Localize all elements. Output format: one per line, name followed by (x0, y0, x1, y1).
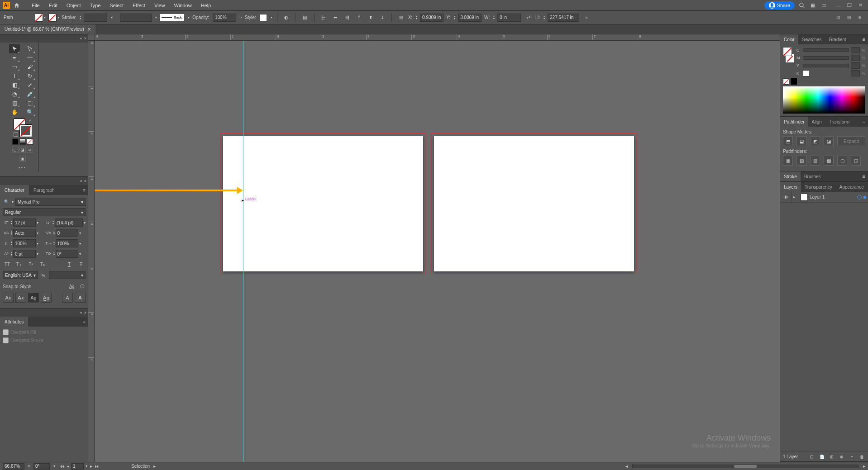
glyph-ax[interactable]: Ax (3, 293, 14, 303)
artboard-2[interactable] (434, 136, 634, 271)
rectangle-tool[interactable]: ▭ (9, 62, 20, 71)
tracking-stepper[interactable]: ▴▾ (53, 231, 55, 235)
glyph-ax2[interactable]: A̶x (15, 293, 26, 303)
font-family-select[interactable]: Myriad Pro▾ (15, 198, 86, 206)
layer-name[interactable]: Layer 1 (810, 195, 855, 199)
scroll-right-button[interactable]: ▸ (863, 464, 865, 469)
workspace-switcher-icon[interactable]: ▭ (820, 2, 827, 9)
options-menu-icon[interactable]: ≡ (855, 13, 864, 22)
tab-swatches[interactable]: Swatches (798, 34, 825, 44)
canvas[interactable]: ▸ Guide (95, 41, 780, 462)
stroke-swatch[interactable] (48, 14, 57, 22)
intersect-button[interactable]: ◩ (810, 136, 820, 146)
panel-menu-icon[interactable]: ≡ (860, 174, 868, 179)
close-button[interactable]: ✕ (855, 1, 865, 9)
crop-button[interactable]: ▩ (824, 156, 834, 166)
panel-menu-icon[interactable]: ≡ (860, 119, 868, 124)
color-mode-none[interactable] (27, 138, 33, 145)
curvature-tool[interactable]: 〰 (24, 53, 35, 62)
vscale-input[interactable] (13, 239, 36, 247)
glyph-ag2[interactable]: A̲g (41, 293, 52, 303)
glyph-a-italic[interactable]: A (62, 293, 73, 303)
align-top-icon[interactable]: ⤒ (354, 13, 363, 22)
antialias-select[interactable]: ▾ (49, 271, 86, 279)
menu-view[interactable]: View (150, 1, 170, 9)
leading-input[interactable] (55, 218, 83, 227)
paintbrush-tool[interactable]: 🖌 (24, 62, 35, 71)
zoom-input[interactable] (3, 463, 24, 470)
color-mode-solid[interactable] (12, 138, 19, 145)
last-artboard-button[interactable]: ⏭ (94, 464, 100, 469)
font-size-input[interactable] (13, 218, 36, 227)
tracking-input[interactable] (56, 229, 78, 237)
c-slider[interactable] (803, 48, 849, 52)
panel-close-icon[interactable]: × (84, 36, 86, 41)
next-artboard-button[interactable]: ▸ (89, 464, 93, 469)
menu-help[interactable]: Help (196, 1, 216, 9)
baseline-input[interactable] (13, 250, 36, 258)
stroke-dropdown[interactable]: ▾ (57, 15, 59, 19)
hand-tool[interactable]: ✋ (9, 108, 20, 117)
zoom-dropdown[interactable]: ▾ (28, 464, 30, 468)
glyph-a-bold[interactable]: A (75, 293, 86, 303)
m-slider[interactable] (803, 56, 849, 60)
font-style-select[interactable]: Regular▾ (3, 208, 86, 216)
restore-button[interactable]: ❐ (844, 1, 854, 9)
tab-appearance[interactable]: Appearance (836, 182, 868, 192)
ruler-horizontal[interactable]: 4321012345678 (95, 34, 780, 41)
search-icon[interactable] (798, 2, 806, 9)
zoom-tool[interactable]: 🔍 (24, 108, 35, 117)
layer-expand-icon[interactable]: ▸ (793, 195, 799, 199)
tab-attributes[interactable]: Attributes (0, 317, 28, 327)
draw-behind-icon[interactable]: ◪ (19, 147, 26, 153)
style-dropdown[interactable]: ▾ (271, 15, 272, 19)
opacity-input[interactable] (213, 14, 236, 22)
y-input[interactable] (458, 14, 482, 22)
y-value[interactable] (851, 62, 860, 69)
direct-selection-tool[interactable] (24, 44, 35, 53)
swap-fill-stroke-icon[interactable]: ⇄ (29, 119, 32, 123)
artboard-nav-dropdown[interactable]: ▾ (85, 464, 88, 468)
locate-object-icon[interactable]: ⊡ (808, 453, 816, 461)
none-swatch-icon[interactable] (783, 78, 789, 85)
w-input[interactable] (497, 14, 521, 22)
draw-inside-icon[interactable]: ⧈ (27, 147, 33, 153)
tab-transparency[interactable]: Transparency (801, 182, 836, 192)
layer-target-icon[interactable] (857, 195, 862, 199)
divide-button[interactable]: ▦ (783, 156, 793, 166)
merge-button[interactable]: ▨ (810, 156, 820, 166)
hscale-input[interactable] (56, 239, 78, 247)
align-to-icon[interactable]: ▤ (300, 13, 310, 22)
font-search-icon[interactable]: 🔍 (3, 198, 10, 205)
scale-tool[interactable]: ⤢ (24, 81, 35, 90)
hscale-stepper[interactable]: ▴▾ (53, 241, 55, 246)
panel-menu-icon[interactable]: ≡ (860, 37, 868, 42)
align-left-icon[interactable]: ⬱ (319, 13, 328, 22)
draw-normal-icon[interactable]: ◻ (12, 147, 19, 153)
new-layer-icon[interactable]: ＋ (848, 453, 855, 461)
pen-tool[interactable]: ✒ (9, 53, 20, 62)
tab-paragraph[interactable]: Paragraph (29, 185, 59, 195)
fill-dropdown[interactable]: ▾ (44, 15, 46, 19)
vscale-stepper[interactable]: ▴▾ (11, 241, 12, 246)
h-input[interactable] (548, 14, 579, 22)
opacity-dropdown[interactable]: > (240, 15, 242, 19)
kerning-stepper[interactable]: ▴▾ (11, 231, 12, 235)
tab-pathfinder[interactable]: Pathfinder (780, 117, 808, 127)
strikethrough-button[interactable]: T (76, 260, 86, 268)
x-stepper[interactable]: ▴▾ (416, 15, 417, 20)
eraser-tool[interactable]: ◧ (9, 81, 20, 90)
minus-front-button[interactable]: ⬓ (796, 136, 806, 146)
brush-dropdown[interactable]: ▾ (188, 15, 190, 19)
subscript-button[interactable]: T₁ (38, 260, 47, 268)
selection-tool[interactable] (9, 44, 20, 53)
delete-layer-icon[interactable]: 🗑 (858, 453, 865, 461)
edit-toolbar-icon[interactable]: ••• (7, 165, 38, 170)
stroke-weight-dropdown[interactable]: ▾ (111, 15, 113, 19)
artboard-1[interactable] (223, 136, 423, 271)
menu-edit[interactable]: Edit (44, 1, 62, 9)
fill-stroke-indicator[interactable]: ⇄ (14, 119, 32, 137)
rotate-view-input[interactable] (33, 463, 50, 470)
kerning-input[interactable] (13, 229, 36, 237)
c-value[interactable] (851, 47, 860, 53)
